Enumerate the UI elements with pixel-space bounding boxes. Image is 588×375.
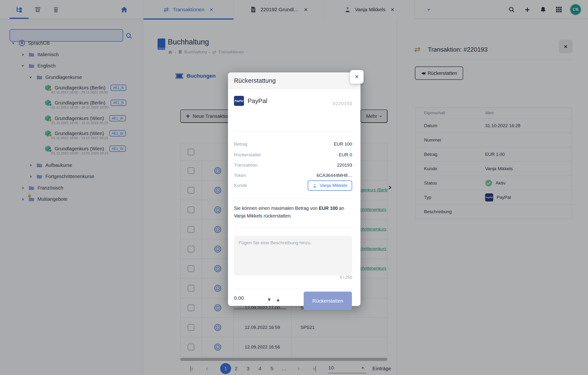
- field-label: Rückerstattet: [234, 152, 261, 157]
- app: ⇄ Transaktionen × 220192 Grundl… × Vanja…: [0, 0, 588, 375]
- amount-input[interactable]: [234, 295, 260, 301]
- detail-row: Token 6CA36444MH8…: [234, 170, 352, 180]
- field-label: Kunde: [234, 183, 247, 188]
- increment-icon[interactable]: ▲: [277, 298, 280, 302]
- divider: [234, 198, 352, 199]
- refund-submit-button[interactable]: Rückerstatten: [304, 292, 352, 310]
- detail-row: Kunde Vanja Mikkels: [234, 180, 352, 191]
- detail-row: Betrag EUR 100: [234, 139, 352, 149]
- field-value: EUR 0: [339, 152, 352, 157]
- provider-name: PayPal: [248, 97, 267, 105]
- transaction-ref: #220193: [333, 101, 352, 106]
- customer-name: Vanja Mikkels: [320, 183, 347, 188]
- field-label: Betrag: [234, 142, 247, 147]
- customer-button[interactable]: Vanja Mikkels: [308, 180, 352, 191]
- divider: [234, 132, 352, 132]
- divider: [234, 289, 352, 289]
- modal-title: Rückerstattung: [228, 72, 360, 89]
- amount-field: ▼ ▲: [234, 295, 286, 301]
- field-value: 220193: [337, 163, 352, 168]
- field-value: 6CA36444MH8…: [316, 173, 352, 178]
- field-label: Token: [234, 173, 246, 178]
- refund-info-text: Sie können einen maximalen Betrag von EU…: [234, 204, 352, 220]
- field-label: Transaktion: [234, 163, 258, 168]
- max-amount: EUR 100: [319, 206, 338, 211]
- input-underline: [234, 309, 286, 309]
- char-counter: 0 / 250: [340, 275, 352, 280]
- detail-row: Rückerstattet EUR 0: [234, 150, 352, 160]
- paypal-logo: PayPal: [234, 96, 244, 106]
- divider: [234, 228, 352, 228]
- field-value: EUR 100: [334, 142, 352, 147]
- person-icon: [313, 183, 317, 188]
- refund-modal: × Rückerstattung PayPal PayPal #220193 B…: [228, 72, 360, 306]
- description-textarea[interactable]: [234, 236, 352, 275]
- provider-row: PayPal PayPal: [234, 96, 267, 106]
- decrement-icon[interactable]: ▼: [268, 298, 271, 302]
- modal-close-button[interactable]: ×: [350, 70, 364, 84]
- detail-row: Transaktion 220193: [234, 160, 352, 170]
